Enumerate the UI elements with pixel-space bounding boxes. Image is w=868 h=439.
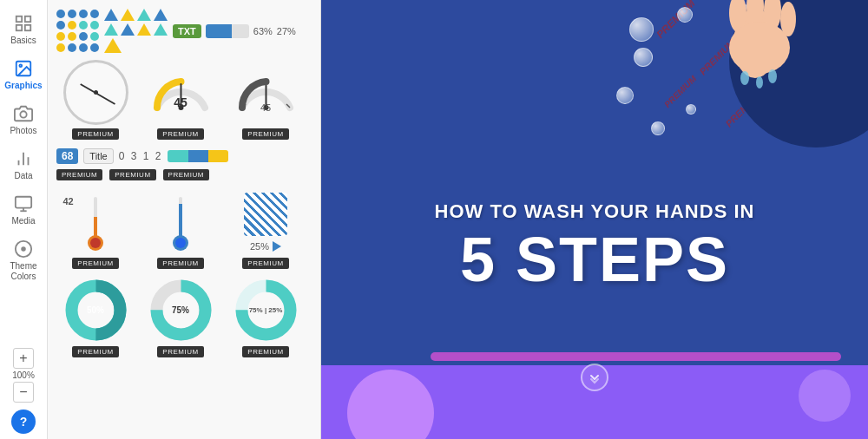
speedometer-svg <box>233 60 299 125</box>
purple-bar <box>431 352 841 361</box>
svg-rect-0 <box>16 16 22 22</box>
bar-pct-label: 63% <box>253 26 273 36</box>
svg-point-41 <box>729 22 790 74</box>
dot <box>56 32 65 41</box>
thermometer-widget-1: 42 <box>63 189 128 254</box>
zoom-in-button[interactable]: + <box>13 348 34 369</box>
speedometer-item[interactable]: 45 PREMIUM <box>227 60 305 140</box>
color-bar-yellow <box>208 150 228 162</box>
svg-rect-2 <box>16 25 22 30</box>
speedometer-value: 45 <box>260 102 271 113</box>
premium-badge: PREMIUM <box>72 258 118 269</box>
pct-arrow-widget: 25% <box>233 189 299 254</box>
triangle-cyan <box>154 23 168 36</box>
main-canvas: PREMIUM PREMIUM PREMIUM PREMIUM PREMIUM … <box>321 0 868 439</box>
dot <box>56 10 65 18</box>
txt-bar-group: TXT 63% 27% <box>173 24 296 38</box>
triangle-large-yellow <box>104 38 122 53</box>
row2-badges: PREMIUM PREMIUM PREMIUM <box>56 169 312 180</box>
donut-label-3: 75% | 25% <box>249 306 283 314</box>
clock-center <box>94 90 98 95</box>
svg-point-5 <box>19 64 22 67</box>
donut-label-1: 50% <box>87 305 104 315</box>
striped-shape <box>244 193 287 236</box>
theme-colors-label: Theme Colors <box>3 261 43 282</box>
thermometer-svg-2 <box>170 195 191 254</box>
sidebar-item-theme-colors[interactable]: Theme Colors <box>0 233 47 289</box>
dot <box>90 43 99 52</box>
sidebar-item-photos[interactable]: Photos <box>0 97 47 142</box>
svg-point-43 <box>756 76 763 88</box>
donut-item-1[interactable]: 50% PREMIUM <box>56 278 135 357</box>
pct-value: 25% <box>250 241 269 252</box>
data-label: Data <box>14 171 32 180</box>
bar-preview[interactable] <box>206 24 249 38</box>
image-icon <box>14 59 33 78</box>
tag-68[interactable]: 68 <box>56 148 78 164</box>
grid-icon <box>14 14 33 33</box>
triangle-blue <box>154 9 168 21</box>
gauge-item[interactable]: 45 PREMIUM <box>141 60 220 140</box>
color-bar-cyan <box>168 150 187 162</box>
svg-point-25 <box>90 238 101 248</box>
svg-rect-27 <box>179 204 182 236</box>
color-bar-blue <box>188 150 208 162</box>
premium-badge: PREMIUM <box>242 128 288 140</box>
thermometer-widget-2 <box>148 189 214 254</box>
dot <box>56 43 65 52</box>
tag-title[interactable]: Title <box>83 148 113 164</box>
premium-grid-2: 42 PREMIUM PREMIUM <box>56 189 312 269</box>
dot <box>90 21 99 29</box>
thermo-value-42: 42 <box>63 196 74 206</box>
zoom-out-button[interactable]: − <box>13 382 34 403</box>
dots-grid[interactable] <box>56 10 99 52</box>
num-sequence: 0 3 1 2 <box>119 150 163 162</box>
thermometer-item-2[interactable]: PREMIUM <box>141 189 220 269</box>
graphics-label: Graphics <box>4 81 42 90</box>
svg-point-29 <box>175 238 186 248</box>
txt-badge[interactable]: TXT <box>173 24 201 38</box>
dot <box>68 43 76 52</box>
dot <box>79 32 88 41</box>
bubble-5 <box>616 87 634 104</box>
svg-point-44 <box>768 69 777 83</box>
scroll-indicator[interactable] <box>581 364 608 391</box>
sidebar-item-data[interactable]: Data <box>0 142 47 187</box>
svg-rect-3 <box>25 25 30 30</box>
dot <box>79 21 88 29</box>
gauge-value: 45 <box>174 95 187 109</box>
clock-minute-hand <box>95 92 116 105</box>
svg-point-14 <box>21 246 26 252</box>
sidebar-item-media[interactable]: Media <box>0 187 47 233</box>
premium-badge: PREMIUM <box>242 258 288 269</box>
premium-badge: PREMIUM <box>242 346 288 357</box>
svg-point-6 <box>20 111 26 117</box>
gauge-svg <box>148 60 214 125</box>
pct-arrow-item[interactable]: 25% PREMIUM <box>227 189 305 269</box>
help-button[interactable]: ? <box>11 410 36 434</box>
color-bar[interactable] <box>168 150 228 162</box>
dot <box>90 32 99 41</box>
thermometer-item-1[interactable]: 42 PREMIUM <box>56 189 135 269</box>
premium-badge: PREMIUM <box>109 169 155 180</box>
clock-item[interactable]: PREMIUM <box>56 60 135 140</box>
speedometer-widget: 45 <box>233 60 299 125</box>
dot <box>68 21 76 29</box>
premium-badge: PREMIUM <box>72 128 118 140</box>
donut-widget-3: 75% | 25% <box>233 278 299 343</box>
donut-item-3[interactable]: 75% | 25% PREMIUM <box>227 278 305 357</box>
bottom-circle-left <box>347 370 434 439</box>
sidebar-item-graphics[interactable]: Graphics <box>0 52 47 97</box>
headline-sub: HOW TO WASH YOUR HANDS IN <box>435 200 755 223</box>
photos-label: Photos <box>10 126 36 135</box>
triangle-yellow <box>121 9 135 21</box>
media-icon <box>14 194 33 213</box>
shapes-column[interactable] <box>104 9 168 53</box>
dot <box>79 10 88 18</box>
premium-badge: PREMIUM <box>56 169 102 180</box>
headline-container: HOW TO WASH YOUR HANDS IN 5 STEPS <box>435 200 755 291</box>
zoom-level: 100% <box>12 370 35 380</box>
sidebar-item-basics[interactable]: Basics <box>0 7 47 52</box>
dot <box>90 10 99 18</box>
donut-item-2[interactable]: 75% PREMIUM <box>141 278 220 357</box>
